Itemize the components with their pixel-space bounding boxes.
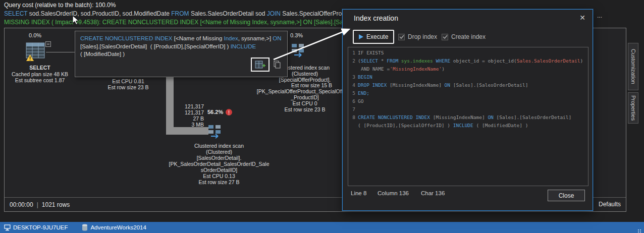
editor-line: AND NAME ='MissingIndexName') — [350, 65, 588, 73]
status-line: Line 8 — [351, 190, 366, 196]
text-line: [PK_SalesOrderDetail_SalesOrderID_Sale — [164, 161, 275, 167]
collapse-minus-icon[interactable] — [45, 41, 51, 47]
resize-grip[interactable] — [640, 229, 641, 230]
create-index-checkbox[interactable]: Create index — [442, 33, 486, 40]
scan-bottom-row-stats: 121,317121,31727 B3 MB — [169, 103, 204, 128]
elapsed-time: 00:00:00 — [10, 201, 33, 208]
copy-script-button[interactable] — [273, 60, 281, 69]
database-icon — [82, 224, 88, 231]
text-line: [SalesOrderDetail]. — [164, 155, 275, 161]
editor-lines: 1IF EXISTS2(SELECT * FROM sys.indexes WH… — [350, 49, 588, 130]
close-icon[interactable]: ✕ — [579, 14, 585, 22]
create-index-label: Create index — [451, 33, 486, 40]
scan-top-icon[interactable] — [290, 42, 305, 59]
text-line: 121,317 — [169, 103, 204, 109]
editor-line: 8CREATE NONCLUSTERED INDEX [MissingIndex… — [350, 113, 588, 122]
drop-index-label: Drop index — [408, 33, 437, 40]
dialog-title: Index creation — [354, 14, 398, 22]
tooltip-line-2: [Sales].[SalesOrderDetail] ( [ProductID]… — [80, 43, 282, 51]
checkbox-checked-icon — [442, 34, 448, 40]
warning-circle-icon — [226, 109, 232, 115]
scan-bottom-percent: 56.2% — [207, 109, 223, 115]
app-window: Query cost (relative to the batch): 100.… — [0, 0, 644, 233]
text-line: sOrderDetailID] — [164, 167, 275, 173]
drop-index-checkbox[interactable]: Drop index — [398, 33, 437, 40]
copy-icon — [273, 60, 281, 69]
execute-button-label: Execute — [366, 33, 388, 40]
select-node-label: SELECT — [7, 65, 73, 71]
sql-statement-text: SELECT sod.SalesOrderID, sod.ProductID, … — [4, 10, 353, 17]
text-line: 121,317 — [169, 109, 204, 115]
close-button[interactable]: Close — [548, 190, 585, 201]
row-count: 1021 rows — [42, 201, 70, 208]
execute-button[interactable]: Execute — [353, 30, 394, 44]
hidden-node-stats: Est CPU 0.81Est row size 23 B — [98, 78, 158, 90]
tooltip-line-1: CREATE NONCLUSTERED INDEX [<Name of Miss… — [80, 35, 282, 43]
scan-top-percent: 0.3% — [290, 32, 303, 38]
missing-index-tooltip: CREATE NONCLUSTERED INDEX [<Name of Miss… — [75, 31, 288, 77]
create-index-button[interactable] — [251, 57, 270, 72]
server-name: DESKTOP-9JU7UEF — [13, 224, 68, 230]
computer-icon — [4, 224, 11, 231]
database-status-item[interactable]: AdventureWorks2014 — [82, 224, 146, 231]
footer-separator: | — [37, 201, 38, 208]
checkbox-checked-icon — [398, 34, 405, 40]
text-line: 3 MB — [169, 122, 204, 128]
sql-overflow-text: ... — [597, 12, 602, 19]
status-taskbar: DESKTOP-9JU7UEF AdventureWorks2014 — [0, 222, 644, 233]
editor-line: 3BEGIN — [350, 73, 588, 81]
editor-line: ( [ProductID],[SpecialOfferID] ) INCLUDE… — [350, 122, 588, 130]
plan-edge-thick-horizontal — [166, 127, 208, 135]
query-cost-text: Query cost (relative to the batch): 100.… — [4, 2, 116, 9]
server-status-item[interactable]: DESKTOP-9JU7UEF — [4, 224, 68, 231]
text-line: Est CPU 0.81 — [98, 78, 158, 84]
database-name: AdventureWorks2014 — [90, 224, 146, 230]
missing-index-text: MISSING INDEX ( Impact 99.4538): CREATE … — [4, 19, 364, 26]
select-node-stat-subtree-cost: Est subtree cost 1.87 — [7, 77, 73, 83]
editor-line: 7 — [350, 105, 588, 113]
create-index-icon — [255, 60, 266, 69]
editor-line: 1IF EXISTS — [350, 49, 588, 57]
editor-line: 2(SELECT * FROM sys.indexes WHERE object… — [350, 57, 588, 65]
mid-node-row-size: Est row size 15 B — [291, 82, 347, 88]
sql-script-editor[interactable]: 1IF EXISTS2(SELECT * FROM sys.indexes WH… — [348, 47, 588, 186]
scan-bottom-caption: Clustered index scan(Clustered)[SalesOrd… — [164, 143, 275, 185]
text-line: (Clustered) — [164, 149, 275, 155]
scan-bottom-icon[interactable] — [207, 124, 222, 140]
text-line: Clustered index scan — [164, 143, 275, 149]
editor-line: 5END; — [350, 89, 588, 97]
tab-properties[interactable]: Properties — [628, 92, 638, 124]
status-column: Column 136 — [378, 190, 409, 196]
text-line: Est row size 23 B — [98, 84, 158, 90]
editor-line: 4DROP INDEX [MissingIndexName] ON [Sales… — [350, 81, 588, 89]
tab-customization[interactable]: Customization — [628, 43, 638, 90]
status-char: Char 136 — [421, 190, 445, 196]
editor-line: 6GO — [350, 97, 588, 105]
warning-triangle-icon — [26, 54, 34, 61]
plan-edge-thin — [46, 52, 77, 52]
index-creation-dialog: Index creation ✕ Execute Drop index Crea… — [342, 9, 593, 211]
text-line: Est row size 27 B — [164, 179, 275, 185]
text-line: 27 B — [169, 115, 204, 122]
select-node-stat-cached-plan: Cached plan size 48 KB — [7, 71, 73, 77]
play-icon — [359, 34, 363, 39]
defaults-button[interactable]: Defaults — [599, 201, 621, 208]
select-node-percent: 0.0% — [29, 32, 41, 38]
text-line: Est CPU 0.13 — [164, 173, 275, 179]
